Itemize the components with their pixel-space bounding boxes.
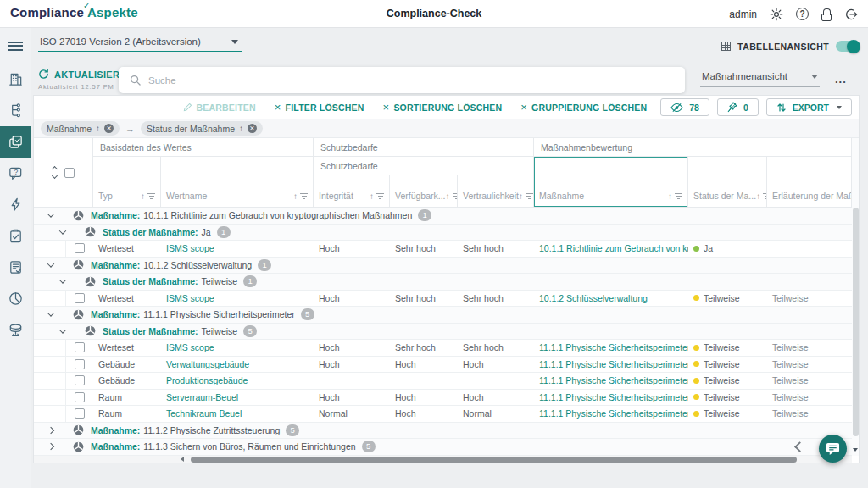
column-header-integritaet[interactable]: Integrität <box>314 175 390 208</box>
column-header-status[interactable]: Status der Ma... <box>688 157 767 208</box>
vertical-scrollbar <box>852 138 859 456</box>
wertname-link[interactable]: ISMS scope <box>161 291 314 307</box>
massnahme-link[interactable]: 11.1.1 Physische Sicherheitsperimeter <box>534 340 688 356</box>
table-row[interactable]: RaumTechnikraum BeuelNormalHochNormal11.… <box>34 406 852 423</box>
table-row[interactable]: GebäudeProduktionsgebäude11.1.1 Physisch… <box>34 373 852 390</box>
search-input[interactable] <box>148 75 685 86</box>
group-value: 10.1.2 Schlüsselverwaltung <box>143 260 252 270</box>
collapse-icon[interactable] <box>47 260 54 267</box>
filter-icon[interactable] <box>300 193 308 199</box>
logout-icon[interactable] <box>844 8 858 21</box>
filter-icon[interactable] <box>675 193 682 199</box>
table-view-toggle[interactable] <box>836 41 860 52</box>
group-label: Status der Maßnahme: <box>103 326 198 336</box>
clear-group-button[interactable]: ×GRUPPIERUNG LÖSCHEN <box>520 103 647 113</box>
massnahme-link[interactable]: 10.1.2 Schlüsselverwaltung <box>534 291 688 307</box>
app-logo[interactable]: Compliance Aspekte ✓ <box>10 5 138 19</box>
expand-icon[interactable] <box>47 427 54 434</box>
scroll-left-icon[interactable] <box>181 457 184 462</box>
collapse-icon[interactable] <box>59 326 66 333</box>
massnahme-link[interactable]: 11.1.1 Physische Sicherheitsperimeter <box>534 357 688 373</box>
row-checkbox[interactable] <box>75 243 85 253</box>
scroll-down-icon[interactable] <box>853 448 858 452</box>
column-header-massnahme[interactable]: Maßnahme <box>534 157 688 208</box>
expand-icon[interactable] <box>47 443 54 450</box>
group-chip-massnahme[interactable]: Maßnahme↑ ✕ <box>41 121 120 136</box>
gear-icon[interactable] <box>770 8 783 21</box>
horizontal-scroll-thumb[interactable] <box>191 457 797 463</box>
wertname-link[interactable]: Serverraum-Beuel <box>161 390 314 406</box>
wertname-link[interactable]: ISMS scope <box>161 340 314 356</box>
massnahme-link[interactable]: 11.1.1 Physische Sicherheitsperimeter <box>534 373 688 389</box>
massnahme-link[interactable]: 11.1.1 Physische Sicherheitsperimeter <box>534 390 688 406</box>
lock-icon[interactable] <box>821 14 832 21</box>
table-row[interactable]: WertesetISMS scopeHochSehr hochSehr hoch… <box>34 241 852 258</box>
building-icon[interactable] <box>0 64 31 95</box>
table-row[interactable]: WertesetISMS scopeHochSehr hochSehr hoch… <box>34 291 852 308</box>
massnahme-link[interactable]: 10.1.1 Richtlinie zum Gebrauch von krypt… <box>534 241 688 257</box>
chat-question-icon[interactable]: ? <box>0 158 31 189</box>
wertname-link[interactable]: Verwaltungsgebäude <box>161 357 314 373</box>
column-header-verfuegbarkeit[interactable]: Verfügbark... <box>390 175 458 208</box>
clear-filter-button[interactable]: ×FILTER LÖSCHEN <box>275 103 364 113</box>
remove-group-icon[interactable]: ✕ <box>248 124 257 133</box>
user-menu[interactable]: admin <box>729 8 757 20</box>
pinned-rows-button[interactable]: 0 <box>717 98 759 116</box>
row-checkbox[interactable] <box>75 342 85 352</box>
collapse-all-icon[interactable] <box>53 167 57 178</box>
collapse-icon[interactable] <box>59 277 66 284</box>
status-text: Teilweise <box>704 408 740 419</box>
row-checkbox[interactable] <box>75 375 85 385</box>
group-row: Maßnahme:10.1.2 Schlüsselverwaltung1 <box>34 258 852 274</box>
menu-icon[interactable] <box>0 28 31 64</box>
hierarchy-icon[interactable] <box>0 95 31 126</box>
clear-sort-button[interactable]: ×SORTIERUNG LÖSCHEN <box>383 103 503 113</box>
group-panel: Maßnahme↑ ✕ Status der Maßnahme↑ ✕ <box>34 119 859 138</box>
group-count-badge: 5 <box>243 325 257 337</box>
select-all-checkbox[interactable] <box>64 168 75 178</box>
cell-vertraulichkeit: Hoch <box>458 357 534 373</box>
wertname-link[interactable]: Produktionsgebäude <box>161 373 314 389</box>
table-row[interactable]: GebäudeVerwaltungsgebäudeHochHochHoch11.… <box>34 357 852 374</box>
wertname-link[interactable]: ISMS scope <box>161 241 314 257</box>
database-icon[interactable] <box>0 314 31 346</box>
vertical-scroll-thumb[interactable] <box>853 208 859 436</box>
row-checkbox[interactable] <box>75 392 85 402</box>
row-checkbox[interactable] <box>75 359 85 369</box>
clipboard-check-icon[interactable] <box>0 220 31 252</box>
edit-button[interactable]: BEARBEITEN <box>183 103 256 113</box>
chat-button[interactable] <box>819 435 847 463</box>
pie-chart-icon[interactable] <box>0 283 31 314</box>
wertname-link[interactable]: Technikraum Beuel <box>161 406 314 422</box>
filter-icon[interactable] <box>376 193 384 199</box>
group-chip-status[interactable]: Status der Maßnahme↑ ✕ <box>141 121 263 136</box>
more-options-button[interactable]: ... <box>835 73 847 86</box>
help-icon[interactable]: ? <box>796 8 809 20</box>
column-header-typ[interactable]: Typ <box>93 157 161 208</box>
table-row[interactable]: WertesetISMS scopeHochSehr hochSehr hoch… <box>34 340 852 357</box>
document-check-icon[interactable] <box>0 252 31 283</box>
cell-integritaet: Hoch <box>314 390 390 406</box>
column-header-erlaeuterung[interactable]: Erläuterung der Maßna... <box>767 157 852 208</box>
lightning-icon[interactable] <box>0 189 31 220</box>
table-grid-icon <box>721 42 731 51</box>
row-checkbox[interactable] <box>75 408 85 419</box>
collapse-icon[interactable] <box>47 211 54 218</box>
compliance-copy-check-icon[interactable] <box>0 126 31 158</box>
massnahme-link[interactable]: 11.1.1 Physische Sicherheitsperimeter <box>534 406 688 422</box>
export-button[interactable]: EXPORT <box>766 98 852 116</box>
collapse-icon[interactable] <box>47 310 54 317</box>
filter-icon[interactable] <box>147 193 155 199</box>
group-count-badge: 5 <box>286 424 299 436</box>
status-dot <box>693 295 699 301</box>
filter-icon[interactable] <box>526 193 533 199</box>
row-checkbox[interactable] <box>75 293 85 303</box>
view-select[interactable]: Maßnahmenansicht <box>700 71 820 87</box>
collapse-icon[interactable] <box>59 227 66 234</box>
hidden-columns-button[interactable]: 78 <box>660 98 709 116</box>
table-row[interactable]: RaumServerraum-BeuelHochHochHoch11.1.1 P… <box>34 390 852 407</box>
column-header-wertname[interactable]: Wertname <box>161 157 314 208</box>
version-select[interactable]: ISO 27019 Version 2 (Arbeitsversion) <box>38 36 242 52</box>
remove-group-icon[interactable]: ✕ <box>104 124 114 133</box>
column-header-vertraulichkeit[interactable]: Vertraulichkeit <box>458 175 534 208</box>
